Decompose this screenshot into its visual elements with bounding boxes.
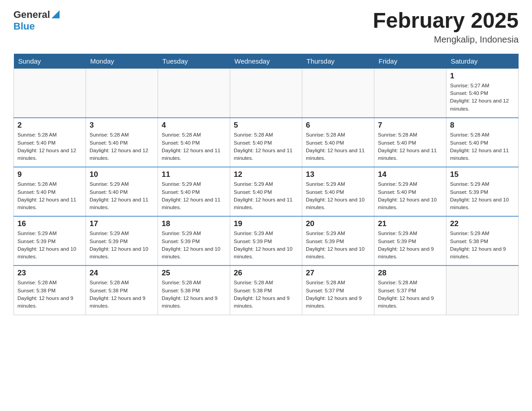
sunrise-text: Sunrise: 5:29 AM [306, 180, 370, 188]
sunset-text: Sunset: 5:38 PM [90, 287, 154, 295]
calendar-week-row: 2Sunrise: 5:28 AMSunset: 5:40 PMDaylight… [14, 118, 519, 167]
month-title: February 2025 [373, 9, 519, 33]
table-row: 18Sunrise: 5:29 AMSunset: 5:39 PMDayligh… [158, 216, 230, 265]
day-info: Sunrise: 5:29 AMSunset: 5:39 PMDaylight:… [90, 230, 154, 261]
day-number: 8 [450, 121, 515, 130]
day-number: 3 [90, 121, 154, 130]
table-row [302, 68, 374, 118]
daylight-text: Daylight: 12 hours and 11 minutes. [378, 147, 442, 163]
daylight-text: Daylight: 12 hours and 11 minutes. [306, 147, 370, 163]
logo-blue: Blue [13, 21, 35, 32]
day-number: 27 [306, 269, 370, 278]
weekday-header-row: Sunday Monday Tuesday Wednesday Thursday… [14, 54, 519, 69]
day-info: Sunrise: 5:28 AMSunset: 5:40 PMDaylight:… [90, 131, 154, 162]
table-row: 10Sunrise: 5:29 AMSunset: 5:40 PMDayligh… [86, 167, 158, 216]
day-info: Sunrise: 5:28 AMSunset: 5:40 PMDaylight:… [17, 131, 82, 162]
sunset-text: Sunset: 5:37 PM [306, 287, 370, 295]
logo-general: General [13, 9, 50, 21]
daylight-text: Daylight: 12 hours and 12 minutes. [90, 147, 154, 163]
sunrise-text: Sunrise: 5:28 AM [234, 279, 298, 287]
sunset-text: Sunset: 5:39 PM [17, 238, 82, 245]
daylight-text: Daylight: 12 hours and 11 minutes. [234, 147, 298, 163]
sunrise-text: Sunrise: 5:28 AM [17, 279, 82, 287]
table-row [86, 68, 158, 118]
sunset-text: Sunset: 5:40 PM [90, 139, 154, 147]
table-row: 6Sunrise: 5:28 AMSunset: 5:40 PMDaylight… [302, 118, 374, 167]
calendar-week-row: 1Sunrise: 5:27 AMSunset: 5:40 PMDaylight… [14, 68, 519, 118]
table-row: 14Sunrise: 5:29 AMSunset: 5:40 PMDayligh… [374, 167, 446, 216]
daylight-text: Daylight: 12 hours and 11 minutes. [162, 147, 226, 163]
day-info: Sunrise: 5:28 AMSunset: 5:40 PMDaylight:… [234, 131, 298, 162]
table-row: 5Sunrise: 5:28 AMSunset: 5:40 PMDaylight… [230, 118, 302, 167]
sunset-text: Sunset: 5:38 PM [162, 287, 226, 295]
sunrise-text: Sunrise: 5:27 AM [450, 82, 515, 90]
day-info: Sunrise: 5:28 AMSunset: 5:37 PMDaylight:… [306, 279, 370, 310]
sunrise-text: Sunrise: 5:28 AM [90, 131, 154, 139]
table-row: 27Sunrise: 5:28 AMSunset: 5:37 PMDayligh… [302, 265, 374, 315]
sunset-text: Sunset: 5:40 PM [450, 90, 515, 97]
sunrise-text: Sunrise: 5:28 AM [378, 131, 442, 139]
day-info: Sunrise: 5:29 AMSunset: 5:39 PMDaylight:… [306, 230, 370, 261]
daylight-text: Daylight: 12 hours and 9 minutes. [90, 295, 154, 310]
header-monday: Monday [86, 54, 158, 69]
sunset-text: Sunset: 5:38 PM [234, 287, 298, 295]
sunrise-text: Sunrise: 5:28 AM [378, 279, 442, 287]
sunrise-text: Sunrise: 5:29 AM [90, 180, 154, 188]
table-row: 3Sunrise: 5:28 AMSunset: 5:40 PMDaylight… [86, 118, 158, 167]
table-row: 4Sunrise: 5:28 AMSunset: 5:40 PMDaylight… [158, 118, 230, 167]
day-number: 6 [306, 121, 370, 130]
day-number: 28 [378, 269, 442, 278]
sunrise-text: Sunrise: 5:28 AM [234, 131, 298, 139]
day-number: 26 [234, 269, 298, 278]
table-row: 22Sunrise: 5:29 AMSunset: 5:38 PMDayligh… [446, 216, 519, 265]
daylight-text: Daylight: 12 hours and 11 minutes. [17, 196, 82, 212]
daylight-text: Daylight: 12 hours and 11 minutes. [450, 147, 515, 163]
daylight-text: Daylight: 12 hours and 10 minutes. [306, 245, 370, 261]
daylight-text: Daylight: 12 hours and 11 minutes. [90, 196, 154, 212]
day-number: 14 [378, 170, 442, 179]
sunrise-text: Sunrise: 5:29 AM [450, 180, 515, 188]
header-tuesday: Tuesday [158, 54, 230, 69]
table-row: 2Sunrise: 5:28 AMSunset: 5:40 PMDaylight… [14, 118, 86, 167]
day-number: 24 [90, 269, 154, 278]
sunset-text: Sunset: 5:40 PM [234, 188, 298, 196]
table-row [230, 68, 302, 118]
sunset-text: Sunset: 5:39 PM [378, 238, 442, 245]
location-subtitle: Mengkalip, Indonesia [373, 34, 519, 45]
header-saturday: Saturday [446, 54, 519, 69]
day-number: 22 [450, 219, 515, 228]
day-info: Sunrise: 5:28 AMSunset: 5:38 PMDaylight:… [17, 279, 82, 310]
day-info: Sunrise: 5:28 AMSunset: 5:37 PMDaylight:… [378, 279, 442, 310]
page-header: General Blue February 2025 Mengkalip, In… [13, 9, 519, 45]
table-row: 1Sunrise: 5:27 AMSunset: 5:40 PMDaylight… [446, 68, 519, 118]
sunset-text: Sunset: 5:40 PM [162, 139, 226, 147]
day-number: 1 [450, 72, 515, 81]
calendar-table: Sunday Monday Tuesday Wednesday Thursday… [13, 54, 519, 315]
sunrise-text: Sunrise: 5:28 AM [306, 279, 370, 287]
day-number: 12 [234, 170, 298, 179]
table-row: 20Sunrise: 5:29 AMSunset: 5:39 PMDayligh… [302, 216, 374, 265]
sunrise-text: Sunrise: 5:29 AM [162, 230, 226, 237]
day-info: Sunrise: 5:29 AMSunset: 5:40 PMDaylight:… [90, 180, 154, 211]
table-row: 19Sunrise: 5:29 AMSunset: 5:39 PMDayligh… [230, 216, 302, 265]
day-info: Sunrise: 5:29 AMSunset: 5:39 PMDaylight:… [450, 180, 515, 211]
table-row [374, 68, 446, 118]
sunrise-text: Sunrise: 5:28 AM [90, 279, 154, 287]
day-number: 18 [162, 219, 226, 228]
sunrise-text: Sunrise: 5:29 AM [90, 230, 154, 237]
daylight-text: Daylight: 12 hours and 10 minutes. [90, 245, 154, 261]
table-row: 21Sunrise: 5:29 AMSunset: 5:39 PMDayligh… [374, 216, 446, 265]
table-row: 17Sunrise: 5:29 AMSunset: 5:39 PMDayligh… [86, 216, 158, 265]
logo-triangle-icon [51, 10, 60, 18]
sunrise-text: Sunrise: 5:28 AM [17, 180, 82, 188]
table-row: 8Sunrise: 5:28 AMSunset: 5:40 PMDaylight… [446, 118, 519, 167]
table-row: 13Sunrise: 5:29 AMSunset: 5:40 PMDayligh… [302, 167, 374, 216]
daylight-text: Daylight: 12 hours and 12 minutes. [450, 97, 515, 113]
table-row: 23Sunrise: 5:28 AMSunset: 5:38 PMDayligh… [14, 265, 86, 315]
table-row: 28Sunrise: 5:28 AMSunset: 5:37 PMDayligh… [374, 265, 446, 315]
day-info: Sunrise: 5:29 AMSunset: 5:39 PMDaylight:… [17, 230, 82, 261]
title-section: February 2025 Mengkalip, Indonesia [373, 9, 519, 45]
sunset-text: Sunset: 5:38 PM [450, 238, 515, 245]
daylight-text: Daylight: 12 hours and 9 minutes. [450, 245, 515, 261]
day-info: Sunrise: 5:28 AMSunset: 5:40 PMDaylight:… [17, 180, 82, 211]
